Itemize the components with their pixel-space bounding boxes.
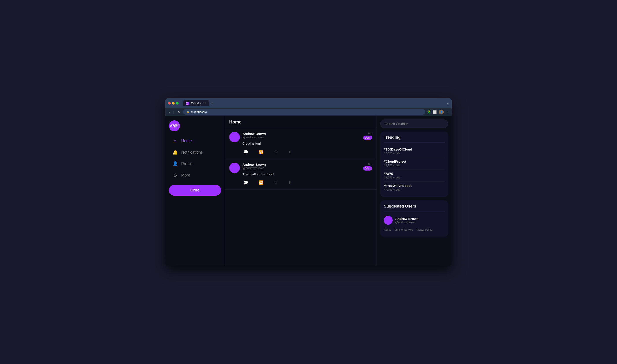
suggested-user-0[interactable]: Andrew Brown @andrewbrown bbox=[384, 214, 444, 226]
post-2-text: This platform is great! bbox=[242, 172, 372, 177]
browser-more-icon[interactable]: ⋮ bbox=[446, 110, 449, 114]
tab-close-button[interactable]: × bbox=[203, 102, 206, 105]
post-1-text: Cloud is fun! bbox=[242, 141, 372, 146]
post-1-repost-button[interactable]: 🔁 bbox=[258, 149, 265, 155]
trending-count-1: #8,253 cruds bbox=[384, 164, 444, 167]
new-tab-button[interactable]: + bbox=[211, 101, 213, 105]
post-1-comment-button[interactable]: 💬 bbox=[242, 149, 249, 155]
footer-privacy-link[interactable]: Privacy Policy bbox=[416, 228, 432, 231]
suggested-title: Suggested Users bbox=[384, 204, 444, 211]
post-1-avatar[interactable] bbox=[229, 132, 240, 143]
maximize-traffic-light[interactable] bbox=[176, 102, 179, 104]
sidebar-item-profile[interactable]: 👤 Profile bbox=[169, 158, 221, 169]
post-2-share-button[interactable]: ⬆ bbox=[287, 179, 293, 186]
suggested-user-0-info: Andrew Brown @andrewbrown bbox=[395, 217, 419, 224]
sidebar-item-notifications[interactable]: 🔔 Notifications bbox=[169, 147, 221, 157]
back-button[interactable]: ‹ bbox=[168, 110, 171, 114]
tabs-chevron-icon[interactable]: ⌄ bbox=[447, 102, 449, 105]
tab-title: Cruddur bbox=[191, 102, 201, 105]
trending-item-3[interactable]: #FreeWillyReboot #7,753 cruds bbox=[384, 182, 444, 194]
trending-count-2: #9,053 cruds bbox=[384, 176, 444, 179]
traffic-lights bbox=[168, 102, 179, 104]
post-1: Andrew Brown @andrewbrown 0m 30m Cloud i… bbox=[225, 128, 376, 159]
refresh-button[interactable]: ↻ bbox=[177, 110, 181, 114]
post-2-comment-button[interactable]: 💬 bbox=[242, 179, 249, 186]
sidebar-item-home[interactable]: ⌂ Home bbox=[169, 136, 221, 146]
sidebar-item-label-more: More bbox=[181, 173, 190, 178]
post-2-time-wrapper: 0m 60m bbox=[363, 163, 372, 170]
trending-tag-3: #FreeWillyReboot bbox=[384, 184, 444, 187]
browser-toolbar-icons: 🧩 ⬜ 👤 ⋮ bbox=[427, 110, 449, 115]
trending-title: Trending bbox=[384, 135, 444, 143]
main-feed: Home Andrew Brown @andrewbrown 0m 30m bbox=[225, 116, 377, 266]
more-icon: ⊙ bbox=[173, 172, 178, 178]
browser-chrome: #?@! Cruddur × + ⌄ ‹ › ↻ 🔒 cruddur.com 🧩… bbox=[165, 98, 452, 116]
post-2-avatar[interactable] bbox=[229, 163, 240, 173]
tab-favicon: #?@! bbox=[186, 102, 189, 105]
app-content: #?@! ⌂ Home 🔔 Notifications 👤 Profile ⊙ … bbox=[165, 116, 452, 266]
post-1-like-button[interactable]: ♡ bbox=[273, 149, 279, 155]
post-2-username[interactable]: Andrew Brown bbox=[242, 163, 266, 166]
sidebar-item-label-notifications: Notifications bbox=[181, 150, 203, 155]
post-1-time-wrapper: 0m 30m bbox=[363, 132, 372, 140]
post-2-time-plain: 0m bbox=[368, 163, 372, 166]
minimize-traffic-light[interactable] bbox=[172, 102, 174, 104]
crud-button[interactable]: Crud bbox=[169, 185, 221, 196]
close-traffic-light[interactable] bbox=[168, 102, 171, 104]
sidebar-item-label-home: Home bbox=[181, 139, 192, 143]
lock-icon: 🔒 bbox=[187, 110, 190, 113]
sidebar-item-more[interactable]: ⊙ More bbox=[169, 170, 221, 181]
sidebar-toggle-icon[interactable]: ⬜ bbox=[433, 110, 437, 114]
post-1-time-plain: 0m bbox=[368, 132, 372, 135]
trending-item-0[interactable]: #100DaysOfCloud #2,053 cruds bbox=[384, 145, 444, 157]
footer-tos-link[interactable]: Terms of Service bbox=[393, 228, 413, 231]
trending-tag-1: #CloudProject bbox=[384, 159, 444, 163]
post-1-user-info: Andrew Brown @andrewbrown bbox=[242, 132, 266, 139]
post-2-content: Andrew Brown @andrewbrown 0m 60m This pl… bbox=[242, 163, 372, 186]
extensions-icon[interactable]: 🧩 bbox=[427, 110, 431, 114]
post-2-time-badge: 60m bbox=[363, 166, 372, 170]
address-bar[interactable]: 🔒 cruddur.com bbox=[183, 109, 425, 115]
post-2-repost-button[interactable]: 🔁 bbox=[258, 179, 265, 186]
post-2-like-button[interactable]: ♡ bbox=[273, 179, 279, 186]
trending-item-2[interactable]: #AWS #9,053 cruds bbox=[384, 169, 444, 182]
tab-bar: #?@! Cruddur × + ⌄ bbox=[183, 100, 449, 106]
browser-toolbar: ‹ › ↻ 🔒 cruddur.com 🧩 ⬜ 👤 ⋮ bbox=[165, 108, 452, 116]
post-2-handle[interactable]: @andrewbrown bbox=[242, 166, 266, 170]
post-2-actions: 💬 🔁 ♡ ⬆ bbox=[242, 179, 372, 186]
person-icon: 👤 bbox=[173, 161, 178, 166]
home-icon: ⌂ bbox=[173, 138, 178, 143]
search-box[interactable]: Search Cruddur bbox=[380, 119, 448, 128]
bell-icon: 🔔 bbox=[173, 150, 178, 155]
trending-item-1[interactable]: #CloudProject #8,253 cruds bbox=[384, 157, 444, 169]
app-logo[interactable]: #?@! bbox=[169, 120, 180, 131]
post-2-user-info: Andrew Brown @andrewbrown bbox=[242, 163, 266, 170]
trending-count-0: #2,053 cruds bbox=[384, 152, 444, 155]
sidebar: #?@! ⌂ Home 🔔 Notifications 👤 Profile ⊙ … bbox=[165, 116, 225, 266]
trending-tag-2: #AWS bbox=[384, 172, 444, 175]
trending-section: Trending #100DaysOfCloud #2,053 cruds #C… bbox=[380, 132, 448, 197]
browser-window: #?@! Cruddur × + ⌄ ‹ › ↻ 🔒 cruddur.com 🧩… bbox=[165, 98, 452, 266]
browser-profile-button[interactable]: 👤 bbox=[439, 110, 444, 115]
post-2: Andrew Brown @andrewbrown 0m 60m This pl… bbox=[225, 159, 376, 190]
forward-button[interactable]: › bbox=[173, 110, 175, 114]
footer-about-link[interactable]: About bbox=[384, 228, 391, 231]
suggested-user-0-avatar bbox=[384, 216, 393, 225]
feed-header: Home bbox=[225, 116, 376, 128]
post-1-content: Andrew Brown @andrewbrown 0m 30m Cloud i… bbox=[242, 132, 372, 155]
post-1-username[interactable]: Andrew Brown bbox=[242, 132, 266, 136]
browser-titlebar: #?@! Cruddur × + ⌄ bbox=[165, 98, 452, 108]
post-1-actions: 💬 🔁 ♡ ⬆ bbox=[242, 149, 372, 155]
suggested-section: Suggested Users Andrew Brown @andrewbrow… bbox=[380, 200, 448, 237]
post-1-share-button[interactable]: ⬆ bbox=[287, 149, 293, 155]
post-2-header: Andrew Brown @andrewbrown 0m 60m bbox=[242, 163, 372, 170]
active-tab[interactable]: #?@! Cruddur × bbox=[183, 100, 209, 106]
right-sidebar: Search Cruddur Trending #100DaysOfCloud … bbox=[377, 116, 452, 266]
trending-count-3: #7,753 cruds bbox=[384, 188, 444, 191]
post-1-time-badge: 30m bbox=[363, 136, 372, 140]
footer-links: About Terms of Service Privacy Policy bbox=[384, 226, 444, 233]
feed-title: Home bbox=[229, 119, 241, 124]
suggested-user-0-name: Andrew Brown bbox=[395, 217, 419, 221]
profile-icon: 👤 bbox=[440, 110, 443, 114]
post-1-handle[interactable]: @andrewbrown bbox=[242, 136, 266, 139]
